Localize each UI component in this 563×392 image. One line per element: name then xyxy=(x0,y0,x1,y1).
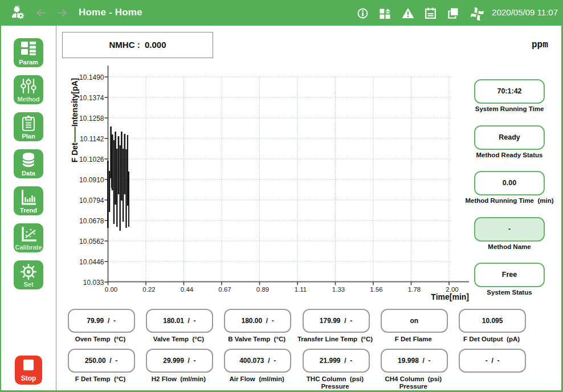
svg-text:1.56: 1.56 xyxy=(370,286,382,293)
svg-text:10.1026: 10.1026 xyxy=(79,156,104,164)
svg-text:0.44: 0.44 xyxy=(181,286,194,293)
svg-text:0.67: 0.67 xyxy=(218,286,231,293)
svg-text:10.033: 10.033 xyxy=(83,279,104,287)
svg-text:10.1142: 10.1142 xyxy=(80,135,104,143)
svg-text:10.1258: 10.1258 xyxy=(79,115,104,122)
svg-text:0.89: 0.89 xyxy=(256,286,269,293)
svg-text:10.1490: 10.1490 xyxy=(79,74,104,81)
svg-text:1.78: 1.78 xyxy=(408,286,421,293)
svg-text:10.0678: 10.0678 xyxy=(79,217,104,225)
svg-text:10.1374: 10.1374 xyxy=(79,94,104,102)
svg-text:F Det——Intensity[pA]: F Det——Intensity[pA] xyxy=(70,78,79,163)
svg-text:1.33: 1.33 xyxy=(332,286,345,293)
svg-text:1.11: 1.11 xyxy=(295,286,307,293)
svg-text:0.22: 0.22 xyxy=(142,286,155,293)
svg-text:10.0446: 10.0446 xyxy=(79,258,104,266)
svg-text:10.0562: 10.0562 xyxy=(79,238,104,246)
svg-text:10.0910: 10.0910 xyxy=(79,176,104,184)
svg-text:2.00: 2.00 xyxy=(446,286,458,293)
svg-text:10.0794: 10.0794 xyxy=(79,197,104,205)
svg-text:0.00: 0.00 xyxy=(105,286,117,293)
